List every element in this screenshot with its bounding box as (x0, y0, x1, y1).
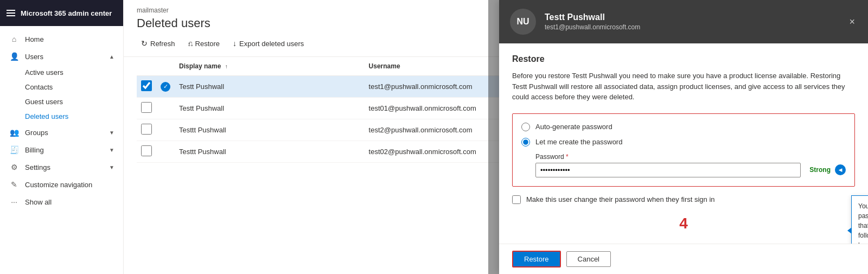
required-marker: * (566, 153, 569, 161)
let-me-create-option[interactable]: Let me create the password (521, 138, 846, 146)
sidebar-item-users[interactable]: 👤 Users ▲ (0, 48, 123, 65)
auto-generate-label: Auto-generate password (535, 123, 612, 131)
restore-icon: ⎌ (188, 39, 193, 48)
sidebar-item-home[interactable]: ⌂ Home (0, 30, 123, 48)
sidebar-label-groups: Groups (25, 129, 104, 137)
password-strength: Strong (809, 166, 831, 174)
panel-body: Restore Before you restore Testt Pushwal… (499, 43, 868, 244)
row-checkbox-cell[interactable] (137, 119, 156, 141)
sidebar-item-settings[interactable]: ⚙ Settings ▼ (0, 158, 123, 176)
sort-icon: ↑ (225, 63, 228, 69)
sidebar-label-home: Home (25, 35, 114, 43)
row-status-cell (156, 98, 175, 119)
check-circle: ✓ (161, 82, 170, 92)
row-status-cell (156, 141, 175, 163)
col-checkbox (137, 57, 156, 76)
hamburger-menu[interactable] (7, 10, 15, 16)
make-change-label: Make this user change their password whe… (526, 195, 715, 203)
panel-header: NU Testt Pushwall test1@pushwall.onmicro… (499, 0, 868, 43)
sidebar-item-billing[interactable]: 🧾 Billing ▼ (0, 141, 123, 158)
overlay: NU Testt Pushwall test1@pushwall.onmicro… (488, 0, 868, 274)
row-display-name: Testtt Pushwall (175, 141, 365, 163)
sidebar: Microsoft 365 admin center ⌂ Home 👤 User… (0, 0, 124, 274)
sidebar-label-settings: Settings (25, 163, 104, 171)
sidebar-item-show-all[interactable]: ··· Show all (0, 193, 123, 211)
refresh-icon: ↻ (141, 39, 148, 48)
row-status-cell (156, 119, 175, 141)
chevron-down-icon-billing: ▼ (109, 147, 114, 153)
panel-footer: Restore Cancel (499, 244, 868, 274)
settings-icon: ⚙ (9, 163, 20, 171)
row-checkbox-cell[interactable] (137, 76, 156, 98)
restore-label: Restore (195, 40, 220, 48)
restore-panel-button[interactable]: Restore (512, 251, 561, 267)
row-checkbox-cell[interactable] (137, 141, 156, 163)
refresh-button[interactable]: ↻ Refresh (137, 37, 180, 50)
auto-generate-option[interactable]: Auto-generate password (521, 123, 846, 131)
customize-icon: ✎ (9, 180, 20, 189)
users-icon: 👤 (9, 52, 20, 61)
sidebar-header: Microsoft 365 admin center (0, 0, 123, 26)
panel-user-info: Testt Pushwall test1@pushwall.onmicrosof… (545, 12, 838, 31)
export-label: Export deleted users (239, 40, 304, 48)
row-checkbox-cell[interactable] (137, 98, 156, 119)
password-field-label: Password * (535, 153, 846, 161)
password-input-row: Strong ◂ You need to create a strong pas… (535, 163, 846, 177)
row-display-name: Testt Pushwall (175, 98, 365, 119)
row-checkbox[interactable] (141, 145, 152, 156)
row-checkbox[interactable] (141, 102, 152, 113)
panel-user-name: Testt Pushwall (545, 12, 838, 22)
tooltip-arrow (847, 227, 852, 234)
export-icon: ↓ (233, 39, 237, 48)
sidebar-label-users: Users (25, 53, 104, 61)
row-display-name: Testt Pushwall (175, 76, 365, 98)
cancel-button[interactable]: Cancel (566, 251, 611, 267)
billing-icon: 🧾 (9, 145, 20, 154)
sidebar-item-active-users[interactable]: Active users (25, 65, 123, 80)
app-title: Microsoft 365 admin center (21, 9, 112, 17)
restore-panel: NU Testt Pushwall test1@pushwall.onmicro… (499, 0, 868, 274)
password-input[interactable] (535, 163, 801, 177)
section-title: Restore (512, 54, 855, 64)
sidebar-item-groups[interactable]: 👥 Groups ▼ (0, 124, 123, 141)
panel-description: Before you restore Testt Pushwall you ne… (512, 71, 855, 103)
row-checkbox[interactable] (141, 124, 152, 135)
users-submenu: Active users Contacts Guest users Delete… (0, 65, 123, 124)
password-options-box: Auto-generate password Let me create the… (512, 113, 855, 187)
sidebar-item-customize-nav[interactable]: ✎ Customize navigation (0, 176, 123, 193)
auto-generate-radio[interactable] (521, 123, 530, 131)
close-button[interactable]: × (847, 14, 857, 30)
step-number: 4 (512, 215, 855, 232)
info-icon[interactable]: ◂ (835, 164, 846, 175)
chevron-down-icon: ▼ (109, 130, 114, 136)
chevron-down-icon-settings: ▼ (109, 164, 114, 170)
show-all-icon: ··· (9, 197, 20, 206)
col-display-name[interactable]: Display name ↑ (175, 57, 365, 76)
sidebar-label-show-all: Show all (25, 198, 114, 206)
let-me-create-radio[interactable] (521, 138, 530, 146)
main-content: mailmaster Deleted users ↻ Refresh ⎌ Res… (124, 0, 868, 274)
sidebar-label-billing: Billing (25, 146, 104, 154)
password-tooltip: You need to create a strong password 8-2… (851, 195, 868, 244)
chevron-up-icon: ▲ (109, 54, 114, 60)
sidebar-nav: ⌂ Home 👤 Users ▲ Active users Contacts G… (0, 26, 123, 274)
groups-icon: 👥 (9, 128, 20, 137)
row-display-name: Testtt Pushwall (175, 119, 365, 141)
make-change-checkbox[interactable] (512, 195, 521, 204)
restore-button[interactable]: ⎌ Restore (184, 37, 225, 50)
let-me-create-label: Let me create the password (535, 138, 622, 146)
sidebar-label-customize-nav: Customize navigation (25, 181, 114, 189)
export-button[interactable]: ↓ Export deleted users (228, 37, 308, 50)
avatar: NU (510, 9, 536, 35)
sidebar-item-contacts[interactable]: Contacts (25, 80, 123, 94)
row-checkbox[interactable] (141, 80, 152, 91)
make-change-row: Make this user change their password whe… (512, 195, 855, 204)
sidebar-item-guest-users[interactable]: Guest users (25, 94, 123, 109)
row-status-cell: ✓ (156, 76, 175, 98)
panel-user-email: test1@pushwall.onmicrosoft.com (545, 23, 838, 31)
home-icon: ⌂ (9, 35, 20, 43)
col-status (156, 57, 175, 76)
sidebar-item-deleted-users[interactable]: Deleted users (25, 109, 123, 124)
refresh-label: Refresh (150, 40, 175, 48)
